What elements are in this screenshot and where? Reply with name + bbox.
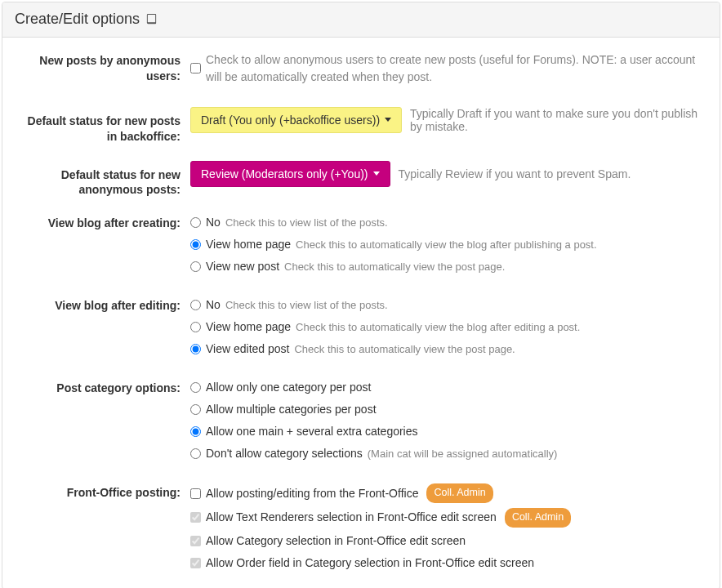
panel-title: Create/Edit options xyxy=(15,11,140,27)
radio-hint: Check this to automatically view the pos… xyxy=(294,341,515,358)
label-anon-status: Default status for new anonymous posts: xyxy=(15,159,190,198)
radio-option: View home page Check this to automatical… xyxy=(190,318,707,336)
radio-input[interactable] xyxy=(190,382,201,393)
radio-option: View home page Check this to automatical… xyxy=(190,236,707,253)
row-backoffice-status: Default status for new posts in backoffi… xyxy=(15,105,707,145)
radio-label: Don't allow category selections xyxy=(206,445,363,462)
permission-badge: Coll. Admin xyxy=(426,483,492,503)
radio-label: View edited post xyxy=(206,341,289,358)
radios-view-edit: No Check this to view list of the posts.… xyxy=(190,295,707,363)
radio-label: Allow only one category per post xyxy=(206,379,371,396)
radio-input[interactable] xyxy=(190,322,201,332)
radio-option: No Check this to view list of the posts. xyxy=(190,296,707,314)
manual-icon[interactable] xyxy=(145,11,158,29)
radio-label: View new post xyxy=(206,258,279,275)
checkbox-input xyxy=(190,536,201,546)
radio-input[interactable] xyxy=(190,448,201,459)
label-front-office: Front-Office posting: xyxy=(15,482,190,501)
dropdown-backoffice-status[interactable]: Draft (You only (+backoffice users)) xyxy=(190,107,402,133)
label-backoffice-status: Default status for new posts in backoffi… xyxy=(15,105,190,145)
radio-option: Allow one main + several extra categorie… xyxy=(190,423,707,440)
checkbox-option: Allow posting/editing from the Front-Off… xyxy=(190,483,707,503)
hint-anon-status: Typically Review if you want to prevent … xyxy=(399,167,631,180)
checkbox-label: Allow Text Renderers selection in Front-… xyxy=(206,509,497,526)
dropdown-anon-status-value: Review (Moderators only (+You)) xyxy=(201,167,368,180)
radio-option: Allow multiple categories per post xyxy=(190,401,707,418)
checkbox-anonymous[interactable] xyxy=(190,63,201,74)
row-front-office: Front-Office posting: Allow posting/edit… xyxy=(15,482,707,577)
radio-hint: (Main cat will be assigned automatically… xyxy=(368,446,558,462)
row-view-edit: View blog after editing: No Check this t… xyxy=(15,295,707,363)
permission-badge: Coll. Admin xyxy=(505,508,571,528)
checkboxes-front-office: Allow posting/editing from the Front-Off… xyxy=(190,482,707,577)
checkbox-option: Allow Category selection in Front-Office… xyxy=(190,532,707,550)
label-view-edit: View blog after editing: xyxy=(15,295,190,314)
row-category: Post category options: Allow only one ca… xyxy=(15,377,707,467)
radios-category: Allow only one category per postAllow mu… xyxy=(190,377,707,467)
checkbox-option: Allow Text Renderers selection in Front-… xyxy=(190,508,707,528)
radio-input[interactable] xyxy=(190,300,201,310)
panel-body: New posts by anonymous users: Check to a… xyxy=(2,38,720,588)
checkbox-input xyxy=(190,512,201,523)
radio-hint: Check this to automatically view the blo… xyxy=(296,319,580,336)
radio-hint: Check this to view list of the posts. xyxy=(225,297,388,314)
radio-label: Allow multiple categories per post xyxy=(206,401,377,418)
row-view-create: View blog after creating: No Check this … xyxy=(15,212,707,280)
checkbox-label: Allow posting/editing from the Front-Off… xyxy=(206,485,418,502)
dropdown-backoffice-status-value: Draft (You only (+backoffice users)) xyxy=(201,114,380,127)
panel-heading: Create/Edit options xyxy=(2,2,720,38)
checkbox-label: Allow Category selection in Front-Office… xyxy=(206,532,466,550)
caret-down-icon xyxy=(385,118,391,122)
radio-label: Allow one main + several extra categorie… xyxy=(206,423,418,440)
radio-option: View edited post Check this to automatic… xyxy=(190,341,707,358)
row-anon-status: Default status for new anonymous posts: … xyxy=(15,159,707,198)
caret-down-icon xyxy=(373,172,380,176)
radio-input[interactable] xyxy=(190,239,201,250)
radio-hint: Check this to automatically view the blo… xyxy=(296,237,597,253)
radio-label: View home page xyxy=(206,318,291,336)
radio-hint: Check this to automatically view the pos… xyxy=(284,259,505,275)
radio-label: No xyxy=(206,296,221,314)
dropdown-anon-status[interactable]: Review (Moderators only (+You)) xyxy=(190,161,390,187)
radio-option: Allow only one category per post xyxy=(190,379,707,396)
radio-input[interactable] xyxy=(190,261,201,272)
label-view-create: View blog after creating: xyxy=(15,212,190,231)
radio-option: View new post Check this to automaticall… xyxy=(190,258,707,275)
radio-label: View home page xyxy=(206,236,291,253)
checkbox-option: Allow Order field in Category selection … xyxy=(190,555,707,572)
radio-input[interactable] xyxy=(190,426,201,437)
checkbox-input xyxy=(190,558,201,568)
checkbox-label: Allow Order field in Category selection … xyxy=(206,555,534,572)
checkbox-input[interactable] xyxy=(190,488,201,499)
create-edit-options-panel: Create/Edit options New posts by anonymo… xyxy=(2,2,720,588)
radio-option: No Check this to view list of the posts. xyxy=(190,214,707,231)
row-anonymous-posts: New posts by anonymous users: Check to a… xyxy=(15,50,707,91)
label-anonymous: New posts by anonymous users: xyxy=(15,50,190,84)
hint-backoffice-status: Typically Draft if you want to make sure… xyxy=(410,107,707,133)
radio-input[interactable] xyxy=(190,404,201,415)
radio-hint: Check this to view list of the posts. xyxy=(225,215,388,231)
radio-input[interactable] xyxy=(190,344,201,354)
label-category: Post category options: xyxy=(15,377,190,396)
hint-anonymous: Check to allow anonymous users to create… xyxy=(206,51,707,86)
radio-input[interactable] xyxy=(190,217,201,228)
radio-option: Don't allow category selections (Main ca… xyxy=(190,445,707,462)
radio-label: No xyxy=(206,214,221,231)
radios-view-create: No Check this to view list of the posts.… xyxy=(190,212,707,280)
